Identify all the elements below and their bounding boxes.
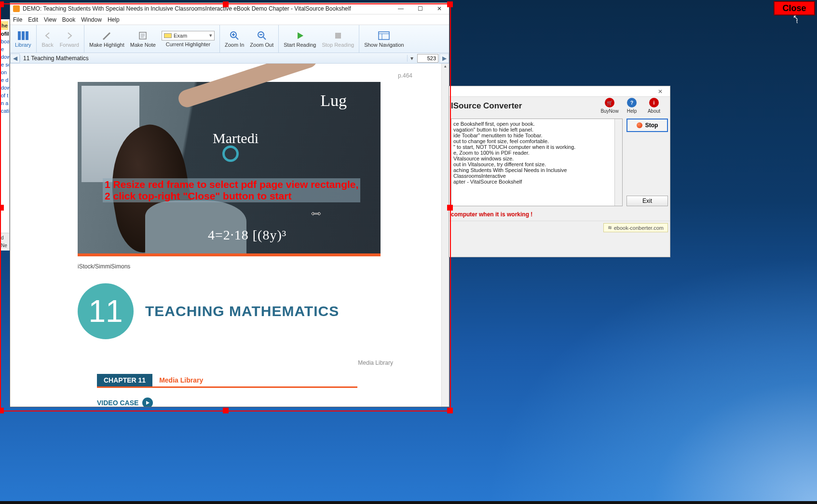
- page-content: ▴ p.464 Lug Martedi 4=2·18 [(8y)³ 1 Resi…: [10, 64, 449, 407]
- menu-book[interactable]: Book: [62, 16, 75, 23]
- chapter-dropdown[interactable]: 11 Teaching Mathematics: [20, 55, 408, 62]
- tab-chapter[interactable]: CHAPTER 11: [97, 374, 152, 386]
- tab-media-library[interactable]: Media Library: [152, 374, 210, 386]
- zoom-in-icon: [229, 30, 240, 41]
- svg-rect-15: [379, 32, 389, 40]
- titlebar[interactable]: DEMO: Teaching Students With Special Nee…: [10, 3, 449, 14]
- help-button[interactable]: ? Help: [621, 98, 643, 114]
- cart-icon: 🛒: [605, 98, 614, 107]
- converter-log[interactable]: ce Bookshelf first, open your book. vaga…: [451, 119, 623, 206]
- menu-help[interactable]: Help: [108, 16, 120, 23]
- toolbar: Library Back Forward Make Highlight Make…: [10, 25, 449, 53]
- taskbar[interactable]: [0, 501, 817, 504]
- back-icon: [42, 30, 54, 41]
- vertical-scrollbar[interactable]: ▴: [441, 64, 449, 407]
- instruction-overlay: 1 Resize red frame to select pdf page vi…: [103, 178, 360, 202]
- svg-rect-0: [18, 31, 21, 40]
- resize-handle-bm[interactable]: [223, 408, 229, 413]
- chapter-nav-row: ◀ 11 Teaching Mathematics ▾ ▶: [10, 53, 449, 64]
- navigation-icon: [378, 30, 390, 41]
- svg-rect-14: [335, 33, 341, 39]
- menu-file[interactable]: File: [13, 16, 22, 23]
- play-circle-icon[interactable]: [142, 398, 153, 407]
- background-browser-fragment: he ofile boa e dow e so on e d dow of t …: [0, 19, 10, 251]
- converter-close-icon[interactable]: ✕: [651, 88, 670, 95]
- start-reading-button[interactable]: Start Reading: [281, 26, 319, 52]
- chapter-title: TEACHING MATHEMATICS: [145, 303, 339, 319]
- highlight-icon: [101, 30, 112, 41]
- page-number-input[interactable]: [417, 54, 438, 63]
- resize-cursor-icon: ⟷: [312, 210, 321, 217]
- record-dot-icon: [637, 122, 642, 128]
- play-icon: [294, 30, 306, 41]
- library-icon: [17, 30, 29, 41]
- about-button[interactable]: i About: [643, 98, 665, 114]
- svg-line-8: [236, 37, 238, 40]
- image-caption: iStock/SimmiSimons: [78, 263, 412, 270]
- bookshelf-window: DEMO: Teaching Students With Special Nee…: [10, 2, 449, 407]
- maximize-button[interactable]: ☐: [410, 3, 430, 14]
- converter-app-title: lSource Converter: [451, 101, 599, 111]
- window-title: DEMO: Teaching Students With Special Nee…: [23, 5, 391, 12]
- app-icon: [13, 5, 20, 12]
- converter-window: ✕ lSource Converter 🛒 BuyNow ? Help i Ab…: [449, 86, 670, 257]
- media-library-label: Media Library: [78, 359, 393, 366]
- svg-rect-1: [22, 31, 25, 40]
- overlay-close-caption: t: [796, 18, 798, 24]
- svg-line-12: [263, 37, 266, 40]
- help-icon: ?: [627, 98, 637, 107]
- forward-icon: [64, 30, 75, 41]
- minimize-button[interactable]: —: [391, 3, 410, 14]
- video-case-heading: VIDEO CASE: [97, 398, 412, 407]
- stack-icon: ≋: [608, 225, 612, 231]
- menu-view[interactable]: View: [44, 16, 56, 23]
- back-button[interactable]: Back: [39, 26, 57, 52]
- menu-window[interactable]: Window: [81, 16, 102, 23]
- log-scrollbar[interactable]: [614, 119, 622, 206]
- highlighter-dropdown[interactable]: Exam ▾: [162, 31, 215, 40]
- forward-button[interactable]: Forward: [57, 26, 82, 52]
- next-chapter-arrow[interactable]: ▶: [439, 53, 449, 63]
- zoom-out-icon: [256, 30, 268, 41]
- highlighter-color-swatch: [164, 33, 172, 38]
- show-navigation-button[interactable]: Show Navigation: [361, 26, 407, 52]
- chapter-number-badge: 11: [78, 283, 134, 339]
- converter-warning: computer when it is working !: [449, 208, 670, 221]
- close-window-button[interactable]: ✕: [430, 3, 449, 14]
- zoom-out-button[interactable]: Zoom Out: [247, 26, 276, 52]
- converter-titlebar[interactable]: ✕: [449, 86, 670, 97]
- zoom-in-button[interactable]: Zoom In: [222, 26, 247, 52]
- make-highlight-button[interactable]: Make Highlight: [86, 26, 127, 52]
- chevron-down-icon: ▾: [209, 32, 212, 39]
- stop-icon: [332, 30, 344, 41]
- buynow-button[interactable]: 🛒 BuyNow: [599, 98, 621, 114]
- stop-reading-button[interactable]: Stop Reading: [319, 26, 357, 52]
- converter-footer-link[interactable]: ≋ ebook-conberter.com: [603, 223, 668, 232]
- library-button[interactable]: Library: [12, 26, 34, 52]
- menubar: File Edit View Book Window Help: [10, 14, 449, 25]
- chapter-hero-image: Lug Martedi 4=2·18 [(8y)³ 1 Resize red f…: [78, 82, 381, 256]
- chapter-tab-row: CHAPTER 11 Media Library: [97, 374, 357, 388]
- resize-handle-br[interactable]: [447, 408, 453, 413]
- chapter-chevron-icon[interactable]: ▾: [408, 55, 416, 62]
- resize-handle-bl[interactable]: [0, 408, 4, 413]
- svg-rect-2: [26, 31, 28, 40]
- note-icon: [137, 30, 149, 41]
- info-icon: i: [649, 98, 659, 107]
- exit-button[interactable]: Exit: [626, 196, 668, 206]
- stop-button[interactable]: Stop: [626, 119, 668, 132]
- prev-chapter-arrow[interactable]: ◀: [10, 53, 20, 63]
- make-note-button[interactable]: Make Note: [127, 26, 159, 52]
- menu-edit[interactable]: Edit: [28, 16, 38, 23]
- current-highlighter: Exam ▾ Current Highlighter: [159, 26, 218, 52]
- resize-handle-tl[interactable]: [0, 1, 4, 7]
